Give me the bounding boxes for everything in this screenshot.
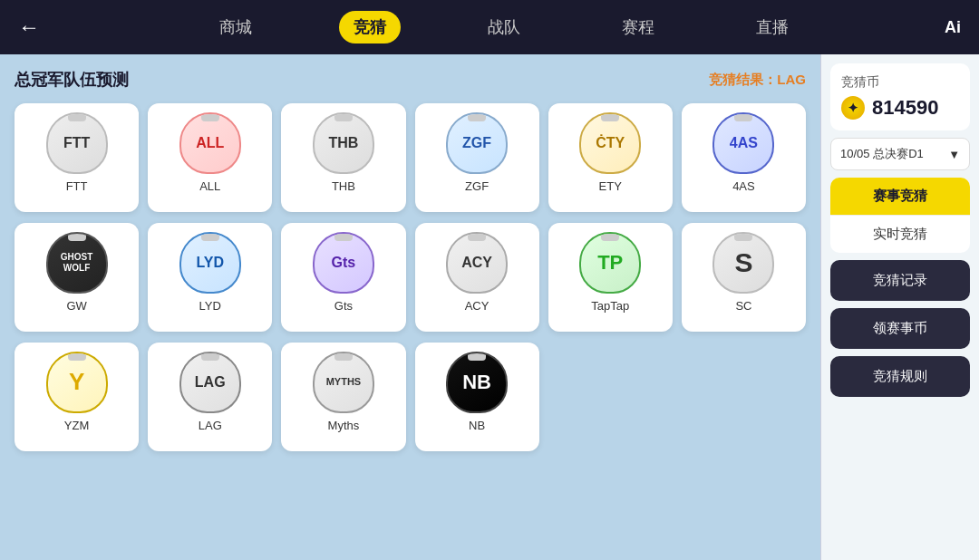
date-label: 10/05 总决赛D1: [840, 146, 924, 162]
team-shield-ety: ĊTY: [579, 112, 641, 174]
team-shield-gts: Gts: [313, 232, 374, 294]
record-button[interactable]: 竞猜记录: [830, 260, 970, 301]
main-container: 总冠军队伍预测 竞猜结果：LAG FTT FTT ALL: [0, 54, 979, 560]
team-card-acy[interactable]: ACY ACY: [415, 223, 539, 332]
coin-amount: ✦ 814590: [841, 96, 938, 120]
team-card-myths[interactable]: MYTHS Myths: [281, 343, 405, 451]
team-logo-acy: ACY: [446, 232, 508, 294]
team-name-gw: GW: [66, 299, 86, 313]
team-shield-myths: MYTHS: [313, 352, 374, 413]
team-logo-myths: MYTHS: [313, 352, 374, 413]
team-logo-taptap: TP: [579, 232, 641, 294]
team-card-yzm[interactable]: Y YZM: [15, 343, 139, 451]
team-card-lyd[interactable]: LYD LYD: [148, 223, 272, 332]
back-button[interactable]: ←: [18, 14, 54, 40]
team-logo-zgf: ZGF: [446, 112, 508, 174]
team-logo-yzm: Y: [46, 352, 108, 413]
team-shield-ftt: FTT: [46, 112, 108, 174]
nav-bar: 商城 竞猜 战队 赛程 直播: [82, 11, 926, 43]
nav-predict[interactable]: 竞猜: [339, 11, 401, 43]
team-logo-all: ALL: [179, 112, 241, 174]
team-shield-all: ALL: [179, 112, 241, 174]
team-logo-lag: LAG: [179, 352, 241, 413]
team-name-lag: LAG: [199, 419, 222, 432]
team-logo-gts: Gts: [313, 232, 374, 294]
team-shield-zgf: ZGF: [446, 112, 508, 174]
team-name-lyd: LYD: [199, 299, 221, 313]
team-grid: FTT FTT ALL ALL THB TH: [15, 103, 806, 451]
team-name-4as: 4AS: [732, 179, 755, 193]
team-logo-lyd: LYD: [179, 232, 241, 294]
team-shield-gw: GHOSTWOLF: [46, 232, 108, 294]
tab-group: 赛事竞猜 实时竞猜: [830, 178, 970, 253]
team-logo-nb: NB: [446, 352, 508, 413]
team-card-ety[interactable]: ĊTY ETY: [548, 103, 673, 212]
team-name-sc: SC: [735, 299, 751, 313]
team-name-ety: ETY: [599, 179, 622, 193]
team-logo-ety: ĊTY: [579, 112, 641, 174]
team-name-gts: Gts: [334, 299, 353, 313]
result-value: LAG: [777, 72, 806, 87]
team-logo-gw: GHOSTWOLF: [46, 232, 108, 294]
team-card-4as[interactable]: 4AS 4AS: [682, 103, 806, 212]
nav-shop[interactable]: 商城: [205, 11, 267, 43]
team-shield-4as: 4AS: [712, 112, 774, 174]
team-shield-taptap: TP: [579, 232, 641, 294]
team-card-sc[interactable]: S SC: [682, 223, 806, 332]
earn-button[interactable]: 领赛事币: [830, 308, 970, 349]
team-name-ftt: FTT: [66, 179, 88, 193]
team-name-yzm: YZM: [64, 419, 89, 432]
sidebar: 竞猜币 ✦ 814590 10/05 总决赛D1 ▼ 赛事竞猜 实时竞猜 竞猜记…: [820, 54, 979, 560]
result-label: 竞猜结果：LAG: [709, 72, 806, 89]
team-name-all: ALL: [199, 179, 220, 193]
ai-label: Ai: [945, 18, 961, 37]
date-arrow-icon: ▼: [948, 148, 960, 161]
team-shield-nb: NB: [446, 352, 508, 413]
team-shield-sc: S: [712, 232, 774, 294]
team-shield-acy: ACY: [446, 232, 508, 294]
team-card-nb[interactable]: NB NB: [415, 343, 539, 451]
nav-team[interactable]: 战队: [473, 11, 535, 43]
page-title: 总冠军队伍预测: [15, 69, 129, 91]
team-card-lag[interactable]: LAG LAG: [148, 343, 272, 451]
coin-box: 竞猜币 ✦ 814590: [830, 63, 970, 130]
content-area: 总冠军队伍预测 竞猜结果：LAG FTT FTT ALL: [0, 54, 820, 560]
team-card-gts[interactable]: Gts Gts: [281, 223, 405, 332]
header: ← 商城 竞猜 战队 赛程 直播 Ai: [0, 0, 979, 54]
result-prefix: 竞猜结果：: [709, 72, 777, 87]
team-logo-ftt: FTT: [46, 112, 108, 174]
team-shield-thb: THB: [313, 112, 374, 174]
tab-realtime-predict[interactable]: 实时竞猜: [830, 216, 970, 253]
team-card-ftt[interactable]: FTT FTT: [15, 103, 139, 212]
nav-live[interactable]: 直播: [742, 11, 803, 43]
rules-button[interactable]: 竞猜规则: [830, 356, 970, 397]
nav-schedule[interactable]: 赛程: [607, 11, 669, 43]
team-name-myths: Myths: [328, 419, 360, 432]
team-name-taptap: TapTap: [591, 299, 629, 313]
team-name-zgf: ZGF: [465, 179, 489, 193]
tab-event-predict[interactable]: 赛事竞猜: [830, 178, 970, 216]
team-logo-4as: 4AS: [712, 112, 774, 174]
team-shield-lyd: LYD: [179, 232, 241, 294]
team-logo-thb: THB: [313, 112, 374, 174]
content-header: 总冠军队伍预测 竞猜结果：LAG: [15, 69, 806, 91]
team-shield-lag: LAG: [179, 352, 241, 413]
date-selector[interactable]: 10/05 总决赛D1 ▼: [830, 138, 970, 170]
team-card-zgf[interactable]: ZGF ZGF: [415, 103, 539, 212]
coin-icon: ✦: [841, 96, 865, 120]
team-name-nb: NB: [469, 419, 485, 432]
team-card-thb[interactable]: THB THB: [281, 103, 405, 212]
team-card-taptap[interactable]: TP TapTap: [548, 223, 673, 332]
team-card-gw[interactable]: GHOSTWOLF GW: [15, 223, 139, 332]
team-logo-sc: S: [712, 232, 774, 294]
coin-value: 814590: [872, 96, 938, 120]
team-name-thb: THB: [332, 179, 355, 193]
team-shield-yzm: Y: [46, 352, 108, 413]
team-card-all[interactable]: ALL ALL: [148, 103, 272, 212]
team-name-acy: ACY: [465, 299, 490, 313]
coin-label: 竞猜币: [841, 74, 879, 91]
